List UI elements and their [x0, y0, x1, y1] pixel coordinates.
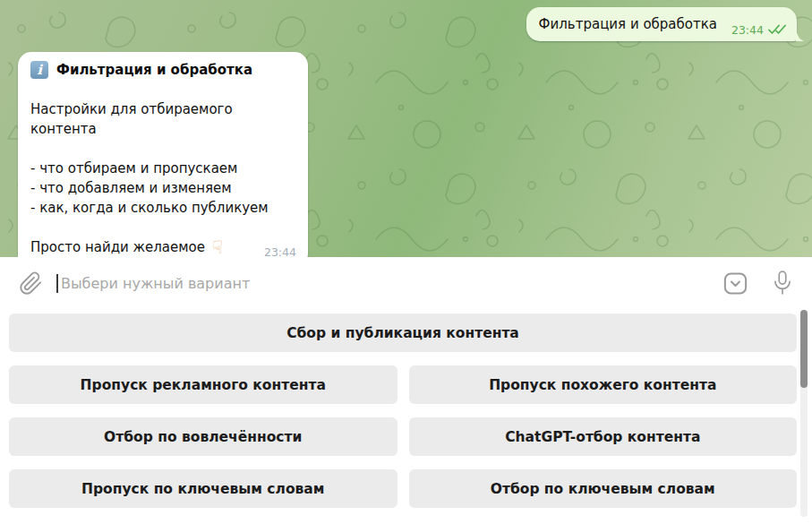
outgoing-message-meta: 23:44: [731, 23, 786, 37]
outgoing-message-bubble[interactable]: Фильтрация и обработка 23:44: [526, 7, 797, 41]
incoming-message-bubble[interactable]: i Фильтрация и обработка Настройки для о…: [18, 52, 308, 267]
message-line: [30, 139, 295, 159]
keyboard-button-chatgpt-filter[interactable]: ChatGPT-отбор контента: [409, 417, 798, 456]
keyboard-button-skip-similar[interactable]: Пропуск похожего контента: [409, 365, 798, 404]
message-line: - что добавляем и изменяем: [30, 178, 295, 198]
telegram-chat-window: Фильтрация и обработка 23:44 i: [0, 0, 812, 524]
keyboard-row: Отбор по вовлечённости ChatGPT-отбор кон…: [9, 417, 797, 456]
paperclip-icon: [19, 271, 43, 296]
message-input[interactable]: Выбери нужный вариант: [56, 257, 722, 309]
message-composer: Выбери нужный вариант: [0, 257, 812, 309]
outgoing-message-text: Фильтрация и обработка: [539, 16, 717, 32]
double-check-icon: [768, 24, 786, 35]
scrollbar-thumb[interactable]: [800, 310, 808, 388]
point-down-emoji: ☟: [212, 237, 223, 257]
keyboard-row: Пропуск рекламного контента Пропуск похо…: [9, 365, 797, 404]
incoming-message-footer: Просто найди желаемое ☟: [30, 237, 295, 257]
incoming-message-title: Фильтрация и обработка: [56, 62, 252, 78]
attach-button[interactable]: [15, 268, 46, 298]
footer-text: Просто найди желаемое: [30, 237, 205, 257]
keyboard-toggle-button[interactable]: [722, 270, 749, 297]
incoming-message-header: i Фильтрация и обработка: [30, 60, 295, 80]
info-emoji-icon: i: [30, 61, 48, 79]
message-line: [30, 80, 295, 99]
message-line: [30, 218, 295, 237]
message-line: - как, когда и сколько публикуем: [30, 198, 295, 218]
bot-reply-keyboard: Сбор и публикация контента Пропуск рекла…: [0, 309, 812, 524]
keyboard-row: Пропуск по ключевым словам Отбор по ключ…: [9, 469, 797, 508]
keyboard-row: Сбор и публикация контента: [9, 314, 797, 352]
composer-right-icons: [722, 270, 794, 297]
text-cursor: [56, 274, 58, 293]
outgoing-message-time: 23:44: [731, 23, 764, 37]
voice-record-button[interactable]: [771, 270, 794, 296]
chat-history: Фильтрация и обработка 23:44 i: [0, 0, 812, 257]
keyboard-button-select-keywords[interactable]: Отбор по ключевым словам: [409, 469, 798, 508]
message-line: Настройки для отбираемого контента: [30, 99, 295, 139]
input-placeholder: Выбери нужный вариант: [61, 275, 250, 292]
keyboard-scrollbar[interactable]: [800, 310, 808, 517]
keyboard-toggle-icon: [722, 270, 749, 297]
bubble-tail-out: [796, 29, 804, 41]
keyboard-button-skip-keywords[interactable]: Пропуск по ключевым словам: [9, 469, 397, 508]
keyboard-button-skip-ads[interactable]: Пропуск рекламного контента: [9, 365, 397, 404]
keyboard-button-engagement-filter[interactable]: Отбор по вовлечённости: [9, 417, 397, 456]
microphone-icon: [771, 270, 794, 296]
message-line: - что отбираем и пропускаем: [30, 159, 295, 178]
keyboard-button-collect-publish[interactable]: Сбор и публикация контента: [9, 314, 797, 352]
